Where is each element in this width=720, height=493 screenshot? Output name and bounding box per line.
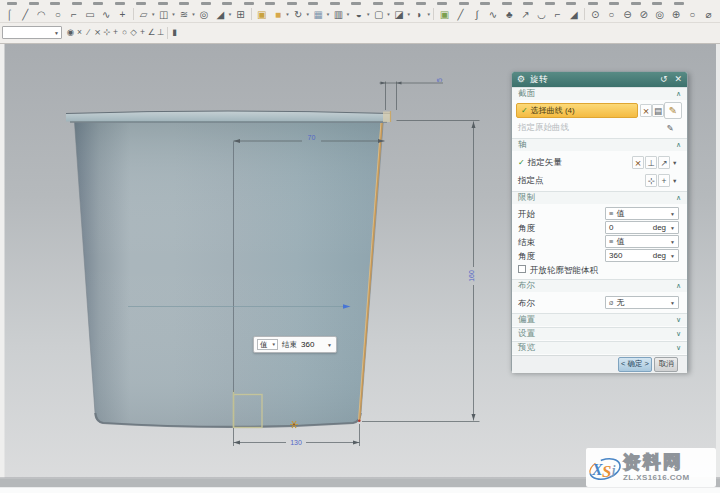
- expand-icon[interactable]: ∨: [676, 316, 681, 324]
- boolean-combobox[interactable]: ⌀ 无 ▼: [605, 296, 679, 309]
- group-header-offset[interactable]: 偏置 ∨: [512, 313, 687, 326]
- menu-item[interactable]: [523, 2, 533, 5]
- ok-button[interactable]: < 确定 >: [618, 357, 652, 372]
- selection-scope-combobox[interactable]: ▼: [2, 26, 62, 39]
- corner-icon[interactable]: ⌐: [68, 8, 80, 21]
- edge-blend-icon[interactable]: ◗: [413, 8, 425, 21]
- corner-2-icon[interactable]: ⌐: [552, 8, 564, 21]
- snap-end-icon[interactable]: ×: [75, 26, 84, 39]
- line-icon[interactable]: ╱: [19, 8, 31, 21]
- revolve-dropdown-icon[interactable]: ▼: [305, 12, 310, 17]
- menu-item[interactable]: [437, 2, 447, 5]
- ellipse-icon[interactable]: ◎: [198, 8, 210, 21]
- menu-item[interactable]: [136, 2, 146, 5]
- sketch-env-icon[interactable]: ▣: [438, 8, 450, 21]
- diameter-icon[interactable]: ⌀: [702, 8, 714, 21]
- shell-dropdown-icon[interactable]: ▼: [386, 12, 391, 17]
- menu-item[interactable]: [222, 2, 232, 5]
- menu-item[interactable]: [179, 2, 189, 5]
- project-curve-dropdown-icon[interactable]: ▼: [191, 12, 196, 17]
- circle-minus-icon[interactable]: ⊖: [621, 8, 633, 21]
- curve-icon[interactable]: ∿: [487, 8, 499, 21]
- menu-item[interactable]: [7, 2, 17, 5]
- revolve-icon[interactable]: ↻: [292, 8, 304, 21]
- menu-item[interactable]: [244, 2, 254, 5]
- dimension-bottom-width-label[interactable]: 130: [290, 439, 302, 446]
- menu-item[interactable]: [50, 2, 60, 5]
- expand-icon[interactable]: ∨: [676, 344, 681, 352]
- start-angle-unit[interactable]: deg: [653, 223, 666, 232]
- snap-point-icon[interactable]: ◉: [66, 26, 75, 39]
- unite-dropdown-icon[interactable]: ▼: [366, 12, 371, 17]
- dimension-top-width-label[interactable]: 70: [308, 134, 316, 141]
- circle-plain-icon[interactable]: ○: [605, 8, 617, 21]
- menu-item[interactable]: [609, 2, 619, 5]
- rectangle-icon[interactable]: ▭: [84, 8, 96, 21]
- circle-icon[interactable]: ○: [52, 8, 64, 21]
- line-curve-icon[interactable]: ╱: [455, 8, 467, 21]
- collapse-icon[interactable]: ∧: [676, 90, 681, 98]
- cylinder-icon[interactable]: ▥: [332, 8, 344, 21]
- dimension-rim-width-label[interactable]: 5: [436, 78, 443, 82]
- snap-quadrant-icon[interactable]: ◇: [129, 26, 138, 39]
- start-angle-field[interactable]: 0 deg ▼: [605, 221, 679, 234]
- block-icon[interactable]: ▦: [312, 8, 324, 21]
- snap-perp-icon[interactable]: ⊥: [156, 26, 165, 39]
- group-header-boolean[interactable]: 布尔 ∧: [512, 279, 687, 292]
- group-header-preview[interactable]: 预览 ∨: [512, 341, 687, 354]
- open-profile-checkbox[interactable]: [518, 265, 526, 273]
- menu-item[interactable]: [72, 2, 82, 5]
- menu-item[interactable]: [287, 2, 297, 5]
- quick-trim-dropdown-icon[interactable]: ▼: [227, 12, 232, 17]
- trim-corner-icon[interactable]: ◢: [568, 8, 580, 21]
- inferred-vector-button[interactable]: ⊥: [645, 156, 657, 169]
- circle-slash-icon[interactable]: ⊘: [638, 8, 650, 21]
- menu-item[interactable]: [265, 2, 275, 5]
- finish-sketch-icon[interactable]: ▣: [256, 8, 268, 21]
- snap-cursor-icon[interactable]: ▮: [170, 26, 179, 39]
- end-angle-input[interactable]: 360: [301, 340, 314, 349]
- menu-item[interactable]: [93, 2, 103, 5]
- snap-cross-icon[interactable]: ⨯: [93, 26, 102, 39]
- snap-angle-icon[interactable]: ∠: [147, 26, 156, 39]
- menu-item[interactable]: [29, 2, 39, 5]
- menu-item[interactable]: [459, 2, 469, 5]
- dialog-close-button[interactable]: ✕: [674, 72, 682, 87]
- menu-item[interactable]: [416, 2, 426, 5]
- point-dialog-button[interactable]: ⊹: [645, 174, 657, 187]
- helix-icon[interactable]: ↗: [519, 8, 531, 21]
- cylinder-dropdown-icon[interactable]: ▼: [346, 12, 351, 17]
- bucket-model[interactable]: [66, 111, 390, 427]
- cancel-button[interactable]: 取消: [654, 357, 678, 372]
- menu-item[interactable]: [351, 2, 361, 5]
- snap-intersection-icon[interactable]: ⊹: [102, 26, 111, 39]
- end-mode-combobox-dialog[interactable]: ≡ 值 ▼: [605, 235, 679, 248]
- select-curve-row[interactable]: ✓ 选择曲线 (4): [516, 103, 638, 118]
- end-mode-combobox[interactable]: 值 ▼: [257, 339, 278, 350]
- circle-plus-icon[interactable]: ⊕: [670, 8, 682, 21]
- offset-curve-icon[interactable]: ▱: [138, 8, 150, 21]
- pattern-curve-dropdown-icon[interactable]: ▼: [171, 12, 176, 17]
- extrude-dropdown-icon[interactable]: ▼: [285, 12, 290, 17]
- menu-item[interactable]: [373, 2, 383, 5]
- unite-icon[interactable]: ◒: [353, 8, 365, 21]
- shell-icon[interactable]: ▢: [373, 8, 385, 21]
- group-header-section[interactable]: 截面 ∧: [512, 87, 687, 100]
- chamfer-icon[interactable]: ◪: [393, 8, 405, 21]
- snap-circle-icon[interactable]: ○: [120, 26, 129, 39]
- end-angle-field[interactable]: 360 deg ▼: [605, 249, 679, 262]
- circle-big-icon[interactable]: ○: [686, 8, 698, 21]
- text-icon[interactable]: ♣: [503, 8, 515, 21]
- menu-item[interactable]: [158, 2, 168, 5]
- snap-mid-icon[interactable]: ∕: [84, 26, 93, 39]
- offset-curve-dropdown-icon[interactable]: ▼: [151, 12, 156, 17]
- spline-icon[interactable]: ∫: [471, 8, 483, 21]
- menu-item[interactable]: [502, 2, 512, 5]
- menu-item[interactable]: [480, 2, 490, 5]
- circle-double-icon[interactable]: ◎: [654, 8, 666, 21]
- menu-item[interactable]: [631, 2, 641, 5]
- circle-center-icon[interactable]: ⊙: [589, 8, 601, 21]
- collapse-icon[interactable]: ∧: [676, 282, 681, 290]
- project-curve-icon[interactable]: ≋: [178, 8, 190, 21]
- menu-item[interactable]: [545, 2, 555, 5]
